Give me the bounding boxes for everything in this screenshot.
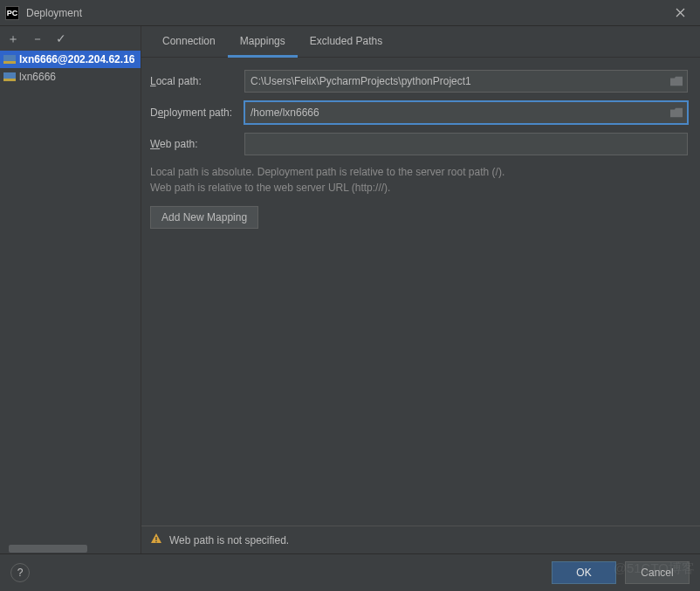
- main-panel: Connection Mappings Excluded Paths Local…: [141, 26, 700, 553]
- app-icon: PC: [5, 6, 19, 20]
- warning-icon: [150, 533, 162, 547]
- window-close-button[interactable]: [660, 0, 700, 26]
- server-item[interactable]: lxn6666: [0, 68, 141, 86]
- server-list: lxn6666@202.204.62.16 lxn6666: [0, 51, 141, 545]
- tab-excluded-paths[interactable]: Excluded Paths: [298, 26, 395, 58]
- warning-text: Web path is not specified.: [169, 534, 289, 546]
- folder-icon: [670, 108, 683, 118]
- check-server-button[interactable]: ✓: [56, 32, 66, 45]
- close-icon: [676, 8, 685, 17]
- sidebar-toolbar: ＋ － ✓: [0, 26, 141, 51]
- cancel-button[interactable]: Cancel: [625, 561, 690, 584]
- sidebar-horizontal-scrollbar[interactable]: [0, 545, 141, 553]
- help-text-line: Web path is relative to the web server U…: [150, 180, 688, 196]
- help-text-line: Local path is absolute. Deployment path …: [150, 164, 688, 180]
- help-text: Local path is absolute. Deployment path …: [150, 164, 688, 196]
- browse-local-path-button[interactable]: [670, 77, 683, 86]
- local-path-input[interactable]: [244, 70, 688, 93]
- server-item-selected[interactable]: lxn6666@202.204.62.16: [0, 51, 141, 68]
- tab-bar: Connection Mappings Excluded Paths: [141, 26, 700, 58]
- folder-icon: [670, 77, 683, 86]
- deployment-path-input[interactable]: [244, 101, 688, 124]
- web-path-input[interactable]: [244, 133, 688, 155]
- warning-bar: Web path is not specified.: [141, 526, 700, 553]
- question-icon: ?: [17, 567, 24, 579]
- server-label: lxn6666: [19, 71, 56, 83]
- dialog-footer: ? OK Cancel: [0, 553, 700, 591]
- remove-server-button[interactable]: －: [31, 32, 44, 45]
- ok-button[interactable]: OK: [552, 561, 616, 584]
- local-path-label: Local path:: [150, 75, 239, 87]
- tab-mappings[interactable]: Mappings: [228, 26, 298, 58]
- deployment-path-label: Deployment path:: [150, 107, 239, 119]
- add-new-mapping-button[interactable]: Add New Mapping: [150, 206, 258, 229]
- window-title: Deployment: [26, 7, 82, 19]
- browse-deployment-path-button[interactable]: [670, 108, 683, 118]
- scrollbar-thumb[interactable]: [9, 545, 87, 553]
- help-button[interactable]: ?: [10, 563, 30, 582]
- server-icon: [3, 55, 16, 64]
- tab-connection[interactable]: Connection: [150, 26, 228, 58]
- web-path-label: Web path:: [150, 138, 239, 150]
- svg-rect-0: [155, 537, 156, 540]
- add-server-button[interactable]: ＋: [7, 32, 19, 45]
- server-sidebar: ＋ － ✓ lxn6666@202.204.62.16 lxn6666: [0, 26, 141, 553]
- server-icon: [3, 72, 16, 81]
- server-label: lxn6666@202.204.62.16: [19, 53, 134, 65]
- svg-rect-1: [155, 541, 156, 542]
